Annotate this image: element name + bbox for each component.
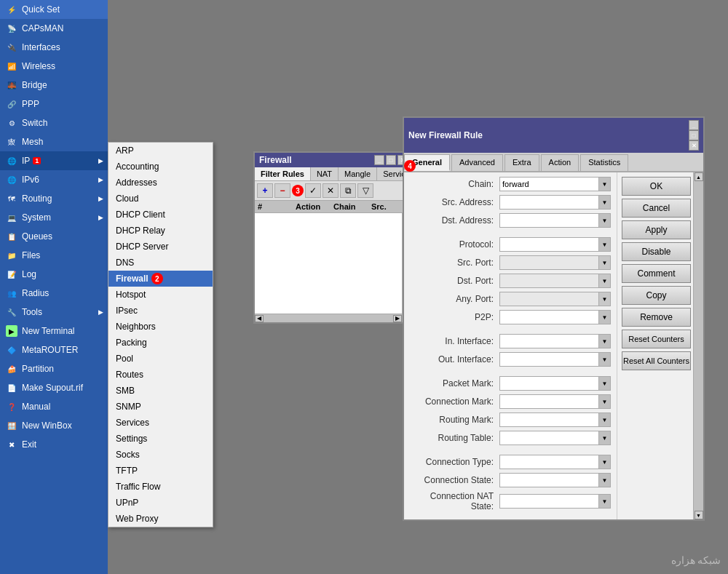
p2p-arrow[interactable]: ▼ xyxy=(598,311,610,324)
ip-submenu-socks[interactable]: Socks xyxy=(108,447,213,463)
ip-submenu-addresses[interactable]: Addresses xyxy=(108,175,213,191)
copy-button[interactable]: Copy xyxy=(622,286,691,305)
sidebar-item-partition[interactable]: 🍰 Partition xyxy=(0,359,108,378)
connection-type-select[interactable]: ▼ xyxy=(499,455,611,469)
ip-submenu-hotspot[interactable]: Hotspot xyxy=(108,287,213,303)
connection-state-select[interactable]: ▼ xyxy=(499,473,611,487)
packet-mark-select[interactable]: ▼ xyxy=(499,376,611,391)
tab-mangle[interactable]: Mangle xyxy=(339,167,377,180)
ip-submenu-services[interactable]: Services xyxy=(108,415,213,431)
sidebar-item-ip[interactable]: 🌐 IP 1 ▶ xyxy=(0,151,108,170)
src-address-select[interactable]: ▼ xyxy=(499,195,611,210)
connection-mark-arrow[interactable]: ▼ xyxy=(598,395,610,408)
sidebar-item-quick-set[interactable]: ⚡ Quick Set xyxy=(0,0,108,19)
routing-mark-select[interactable]: ▼ xyxy=(499,412,611,427)
firewall-delete-btn[interactable]: ✕ xyxy=(323,183,339,198)
sidebar-item-queues[interactable]: 📋 Queues xyxy=(0,227,108,246)
src-port-select[interactable]: ▼ xyxy=(499,255,611,270)
chain-select[interactable]: forward ▼ xyxy=(499,177,611,191)
connection-type-arrow[interactable]: ▼ xyxy=(598,455,610,469)
ip-submenu-tftp[interactable]: TFTP xyxy=(108,463,213,479)
routing-table-select[interactable]: ▼ xyxy=(499,431,611,445)
nfr-maximize-btn[interactable]: □ xyxy=(689,130,699,140)
disable-button[interactable]: Disable xyxy=(622,242,691,261)
connection-nat-state-arrow[interactable]: ▼ xyxy=(598,495,610,508)
ip-submenu-packing[interactable]: Packing xyxy=(108,335,213,351)
firewall-edit-btn[interactable]: ✓ xyxy=(305,183,321,198)
ip-submenu-ipsec[interactable]: IPsec xyxy=(108,303,213,319)
in-interface-select[interactable]: ▼ xyxy=(499,334,611,348)
reset-counters-button[interactable]: Reset Counters xyxy=(622,330,691,348)
ip-submenu-accounting[interactable]: Accounting xyxy=(108,159,213,175)
out-interface-arrow[interactable]: ▼ xyxy=(598,353,610,366)
cancel-button[interactable]: Cancel xyxy=(622,199,691,218)
sidebar-item-radius[interactable]: 👥 Radius xyxy=(0,284,108,303)
reset-all-counters-button[interactable]: Reset All Counters xyxy=(622,351,691,370)
sidebar-item-tools[interactable]: 🔧 Tools ▶ xyxy=(0,303,108,322)
dst-address-select[interactable]: ▼ xyxy=(499,213,611,228)
dst-address-arrow[interactable]: ▼ xyxy=(598,214,610,227)
sidebar-item-mesh[interactable]: 🕸 Mesh xyxy=(0,132,108,151)
ip-submenu-pool[interactable]: Pool xyxy=(108,351,213,367)
ip-submenu-cloud[interactable]: Cloud xyxy=(108,191,213,207)
sidebar-item-wireless[interactable]: 📶 Wireless xyxy=(0,57,108,76)
nfr-tab-extra[interactable]: Extra xyxy=(505,154,539,171)
firewall-copy-btn[interactable]: ⧉ xyxy=(340,183,356,198)
nfr-tab-statistics[interactable]: Statistics xyxy=(580,154,628,171)
chain-dropdown-arrow[interactable]: ▼ xyxy=(598,178,610,191)
firewall-maximize-btn[interactable]: □ xyxy=(386,155,396,165)
nfr-tab-action[interactable]: Action xyxy=(541,154,579,171)
ip-submenu-smb[interactable]: SMB xyxy=(108,383,213,399)
sidebar-item-interfaces[interactable]: 🔌 Interfaces xyxy=(0,38,108,57)
sidebar-item-bridge[interactable]: 🌉 Bridge xyxy=(0,76,108,95)
sidebar-item-make-supout[interactable]: 📄 Make Supout.rif xyxy=(0,378,108,397)
firewall-add-btn[interactable]: + xyxy=(257,183,273,198)
ip-submenu-traffic-flow[interactable]: Traffic Flow xyxy=(108,479,213,495)
routing-table-arrow[interactable]: ▼ xyxy=(598,431,610,445)
sidebar-item-manual[interactable]: ❓ Manual xyxy=(0,397,108,416)
src-address-arrow[interactable]: ▼ xyxy=(598,196,610,209)
apply-button[interactable]: Apply xyxy=(622,220,691,239)
sidebar-item-capsman[interactable]: 📡 CAPsMAN xyxy=(0,19,108,38)
nfr-tab-advanced[interactable]: Advanced xyxy=(451,154,503,171)
in-interface-arrow[interactable]: ▼ xyxy=(598,335,610,348)
sidebar-item-ppp[interactable]: 🔗 PPP xyxy=(0,95,108,113)
ip-submenu-routes[interactable]: Routes xyxy=(108,367,213,383)
ip-submenu-web-proxy[interactable]: Web Proxy xyxy=(108,511,213,527)
ip-submenu-dhcp-relay[interactable]: DHCP Relay xyxy=(108,223,213,239)
ok-button[interactable]: OK xyxy=(622,177,691,196)
ip-submenu-settings[interactable]: Settings xyxy=(108,431,213,447)
nfr-scrollbar[interactable]: ▲ ▼ xyxy=(693,172,703,519)
sidebar-item-ipv6[interactable]: 🌐 IPv6 ▶ xyxy=(0,170,108,189)
nfr-scroll-down-btn[interactable]: ▼ xyxy=(695,511,703,519)
scroll-right-btn[interactable]: ▶ xyxy=(393,315,402,322)
ip-submenu-neighbors[interactable]: Neighbors xyxy=(108,319,213,335)
ip-submenu-dns[interactable]: DNS xyxy=(108,255,213,271)
protocol-arrow[interactable]: ▼ xyxy=(598,238,610,251)
ip-submenu-arp[interactable]: ARP xyxy=(108,143,213,159)
tab-filter-rules[interactable]: Filter Rules xyxy=(255,167,311,180)
routing-mark-arrow[interactable]: ▼ xyxy=(598,413,610,426)
connection-state-arrow[interactable]: ▼ xyxy=(598,474,610,487)
nfr-scroll-up-btn[interactable]: ▲ xyxy=(695,172,703,181)
remove-button[interactable]: Remove xyxy=(622,308,691,327)
ip-submenu-snmp[interactable]: SNMP xyxy=(108,399,213,415)
sidebar-item-routing[interactable]: 🗺 Routing ▶ xyxy=(0,189,108,208)
nfr-close-btn[interactable]: ✕ xyxy=(689,140,699,151)
scroll-left-btn[interactable]: ◀ xyxy=(255,315,264,322)
firewall-hscrollbar[interactable]: ◀ ▶ xyxy=(255,314,402,322)
sidebar-item-new-winbox[interactable]: 🪟 New WinBox xyxy=(0,416,108,435)
ip-submenu-upnp[interactable]: UPnP xyxy=(108,495,213,511)
protocol-select[interactable]: ▼ xyxy=(499,237,611,252)
out-interface-select[interactable]: ▼ xyxy=(499,352,611,367)
src-port-arrow[interactable]: ▼ xyxy=(598,256,610,269)
connection-nat-state-select[interactable]: ▼ xyxy=(499,494,611,509)
sidebar-item-switch[interactable]: ⚙ Switch xyxy=(0,113,108,132)
tab-nat[interactable]: NAT xyxy=(311,167,339,180)
sidebar-item-log[interactable]: 📝 Log xyxy=(0,265,108,284)
ip-submenu-dhcp-server[interactable]: DHCP Server xyxy=(108,239,213,255)
firewall-remove-btn[interactable]: − xyxy=(274,183,290,198)
sidebar-item-new-terminal[interactable]: ▶ New Terminal xyxy=(0,322,108,340)
sidebar-item-system[interactable]: 💻 System ▶ xyxy=(0,208,108,227)
dst-port-select[interactable]: ▼ xyxy=(499,274,611,288)
